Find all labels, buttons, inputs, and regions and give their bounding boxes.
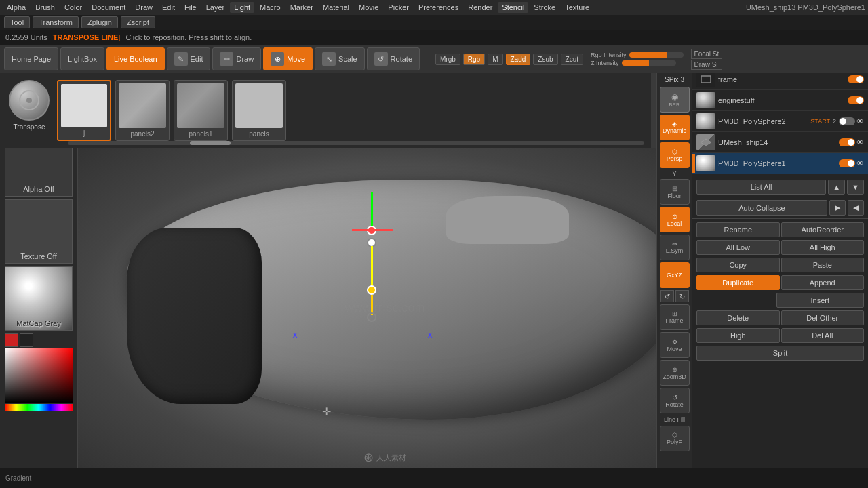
gizmo-yellow-dot[interactable]	[367, 285, 376, 295]
menu-draw[interactable]: Draw	[131, 2, 157, 13]
foreground-color[interactable]	[5, 333, 18, 347]
transpose-icon[interactable]	[9, 80, 50, 121]
thumb-j[interactable]: j	[57, 80, 111, 141]
subtool-polysphere2[interactable]: PM3D_PolySphere2 START 2 👁	[692, 111, 868, 132]
zsub-btn[interactable]: Zsub	[533, 54, 557, 65]
lsym-btn[interactable]: ⇔ L.Sym	[660, 235, 690, 260]
all-high-btn[interactable]: All High	[781, 240, 865, 255]
subtool-enginestuff[interactable]: enginestuff	[692, 90, 868, 111]
gxyz-btn[interactable]: GxYZ	[660, 262, 690, 288]
rename-btn[interactable]: Rename	[696, 222, 780, 237]
auto-collapse-btn[interactable]: Auto Collapse	[696, 200, 827, 216]
enginestuff-toggle[interactable]	[848, 96, 864, 104]
up-btn[interactable]: ▲	[828, 180, 845, 195]
home-page-btn[interactable]: Home Page	[4, 47, 58, 70]
menu-stroke[interactable]: Stroke	[530, 2, 559, 13]
zoom3d-btn[interactable]: ⊕ Zoom3D	[660, 360, 690, 386]
local-btn[interactable]: ⊙ Local	[660, 207, 690, 232]
hue-bar[interactable]	[5, 404, 73, 411]
menu-light[interactable]: Light	[230, 2, 254, 13]
delete-btn[interactable]: Delete	[696, 310, 780, 325]
dynamic-btn[interactable]: ◈ Dynamic	[660, 115, 690, 140]
background-color[interactable]	[20, 333, 33, 347]
all-low-btn[interactable]: All Low	[696, 240, 780, 255]
copy-btn[interactable]: Copy	[696, 258, 780, 272]
menu-render[interactable]: Render	[464, 2, 496, 13]
edit-btn[interactable]: ✎ Edit	[167, 47, 211, 70]
zcut-btn[interactable]: Zcut	[561, 54, 583, 65]
menu-preferences[interactable]: Preferences	[414, 2, 462, 13]
thumb-panels[interactable]: panels	[232, 80, 286, 141]
subtool-umesh14[interactable]: UMesh_ship14 👁	[692, 132, 868, 153]
zscript-btn[interactable]: Zscript	[121, 16, 155, 28]
split-btn[interactable]: Split	[696, 346, 864, 361]
menu-marker[interactable]: Marker	[286, 2, 317, 13]
menu-document[interactable]: Document	[87, 2, 130, 13]
down-btn[interactable]: ▼	[847, 180, 864, 195]
live-boolean-btn[interactable]: Live Boolean	[106, 47, 165, 70]
rgb-btn[interactable]: Rgb	[463, 54, 485, 65]
zoom-in-btn[interactable]: ↻	[675, 290, 689, 302]
menu-macro[interactable]: Macro	[256, 2, 285, 13]
gizmo-bottom-dot[interactable]	[367, 312, 376, 322]
m-btn[interactable]: M	[488, 54, 502, 65]
umesh14-eye-icon[interactable]: 👁	[856, 138, 864, 146]
menu-file[interactable]: File	[180, 2, 201, 13]
polyf-btn[interactable]: ⬡ PolyF	[660, 426, 690, 451]
insert-btn[interactable]: Insert	[776, 293, 865, 308]
thumb-panels1[interactable]: panels1	[174, 80, 228, 141]
menu-stencil[interactable]: Stencil	[498, 2, 528, 13]
menu-brush[interactable]: Brush	[31, 2, 59, 13]
menu-edit[interactable]: Edit	[158, 2, 179, 13]
thumb-scrollbar[interactable]	[68, 141, 644, 145]
rotate-view-btn[interactable]: ↺ Rotate	[660, 388, 690, 413]
menu-alpha[interactable]: Alpha	[3, 2, 30, 13]
append-btn[interactable]: Append	[781, 275, 865, 290]
list-all-btn[interactable]: List All	[696, 180, 826, 195]
color-picker-container[interactable]	[5, 333, 73, 403]
mrgb-btn[interactable]: Mrgb	[435, 54, 460, 65]
subtool-polysphere1[interactable]: PM3D_PolySphere1 👁	[692, 153, 868, 174]
frame-btn[interactable]: ⊞ Frame	[660, 304, 690, 330]
menu-picker[interactable]: Picker	[384, 2, 413, 13]
menu-color[interactable]: Color	[60, 2, 86, 13]
rgb-intensity-slider[interactable]	[629, 52, 684, 58]
move-btn[interactable]: ⊕ Move	[263, 47, 313, 70]
polysphere2-toggle[interactable]	[839, 117, 855, 125]
gizmo[interactable]	[345, 192, 399, 327]
floor-btn[interactable]: ⊟ Floor	[660, 179, 690, 205]
polysphere1-eye-icon[interactable]: 👁	[856, 159, 864, 167]
menu-material[interactable]: Material	[319, 2, 353, 13]
autoreorder-btn[interactable]: AutoReorder	[781, 222, 865, 237]
lightbox-btn[interactable]: LightBox	[60, 47, 104, 70]
duplicate-btn[interactable]: Duplicate	[696, 275, 780, 290]
move-view-btn[interactable]: ✥ Move	[660, 332, 690, 358]
menu-layer[interactable]: Layer	[202, 2, 229, 13]
persp-btn[interactable]: ⬡ Persp	[660, 142, 690, 168]
matcap-swatch[interactable]: MatCap Gray	[5, 266, 73, 331]
back-btn[interactable]: ◀	[848, 200, 864, 216]
scale-btn[interactable]: ⤡ Scale	[315, 47, 365, 70]
del-all-btn[interactable]: Del All	[781, 328, 865, 343]
color-picker[interactable]	[5, 348, 73, 403]
thumb-panels2[interactable]: panels2	[115, 80, 170, 141]
tool-btn[interactable]: Tool	[4, 16, 30, 28]
transform-btn[interactable]: Transform	[33, 16, 79, 28]
zadd-btn[interactable]: Zadd	[506, 54, 531, 65]
zoom-out-btn[interactable]: ↺	[660, 290, 674, 302]
polysphere2-eye-icon[interactable]: 👁	[856, 117, 864, 125]
forward-btn[interactable]: ▶	[829, 200, 846, 216]
zplugin-btn[interactable]: Zplugin	[81, 16, 118, 28]
high-btn[interactable]: High	[696, 328, 780, 343]
bpr-btn[interactable]: ◉ BPR	[660, 87, 690, 113]
menu-texture[interactable]: Texture	[561, 2, 593, 13]
del-other-btn[interactable]: Del Other	[781, 310, 865, 325]
draw-btn[interactable]: ✏ Draw	[212, 47, 261, 70]
frame-toggle[interactable]	[848, 75, 864, 83]
viewport[interactable]: www.rr-sc.com x x ✛ ⊛ 人人素材	[78, 148, 692, 468]
menu-movie[interactable]: Movie	[355, 2, 382, 13]
rotate-btn[interactable]: ↺ Rotate	[367, 47, 420, 70]
z-intensity-slider[interactable]	[622, 60, 676, 66]
umesh14-toggle[interactable]	[839, 138, 855, 146]
polysphere1-toggle[interactable]	[839, 159, 855, 167]
